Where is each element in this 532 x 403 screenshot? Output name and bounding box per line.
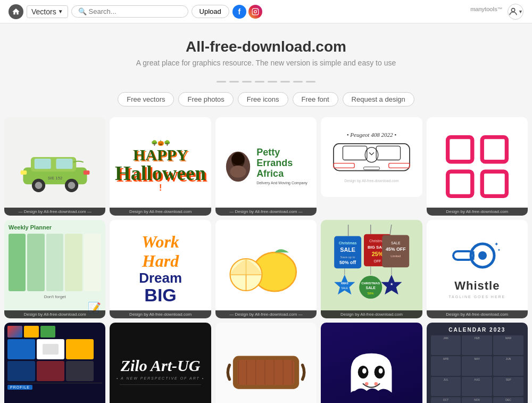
svg-text:SALE: SALE (340, 246, 355, 253)
whistle-caption: Design by All-free-download.com (427, 310, 528, 318)
svg-point-148 (478, 251, 487, 260)
svg-text:✦: ✦ (497, 248, 501, 252)
petty-caption: — Design by All-free-download.com — (215, 208, 317, 216)
list-item[interactable]: PROFILE Design by All-free-download.com (4, 323, 105, 403)
svg-text:50% off: 50% off (339, 260, 356, 266)
svg-rect-103 (376, 146, 400, 160)
svg-text:OFF: OFF (373, 259, 381, 263)
planner-caption: Design by All-free-download.com (4, 310, 105, 318)
home-button[interactable] (9, 4, 23, 19)
dot-5 (268, 81, 277, 83)
lemon-caption: — Design by All-free-download.com — (215, 310, 317, 318)
header-left: Vectors ▼ 🔍 Upload f (9, 4, 262, 19)
svg-rect-108 (447, 137, 472, 161)
car-caption: — Design by All-free-download.com — (4, 208, 105, 216)
chevron-down-icon: ▼ (58, 9, 63, 14)
list-item[interactable]: Petty Errands Africa Delivery And Moving… (215, 117, 317, 216)
svg-text:SALE: SALE (341, 287, 348, 290)
svg-line-120 (390, 225, 392, 235)
svg-text:✦: ✦ (494, 241, 498, 247)
svg-text:Limited: Limited (390, 254, 401, 258)
svg-point-166 (365, 382, 369, 385)
list-item[interactable]: Zilo Art-UG • A NEW PERSPECTIVE OF ART • (110, 323, 211, 403)
svg-rect-94 (20, 170, 27, 175)
filter-tabs: Free vectors Free photos Free icons Free… (0, 92, 532, 117)
svg-rect-105 (389, 163, 410, 168)
header: Vectors ▼ 🔍 Upload f manytools™ ▼ (0, 0, 532, 23)
svg-text:45% OFF: 45% OFF (386, 246, 406, 252)
search-box: 🔍 (71, 5, 188, 18)
svg-text:CHRISTMAS: CHRISTMAS (361, 282, 380, 285)
divider (0, 76, 532, 92)
svg-rect-154 (237, 360, 294, 385)
svg-point-100 (231, 153, 245, 165)
dot-8 (306, 81, 315, 83)
dot-2 (229, 81, 239, 83)
svg-rect-104 (334, 163, 354, 168)
svg-text:SALE: SALE (365, 286, 376, 290)
svg-rect-95 (83, 170, 89, 175)
list-item[interactable]: ✦ ✦ Whistle TAGLINE GOES HERE Design by … (427, 220, 528, 318)
list-item[interactable]: 🌳🎃🌳 HAPPY Halloween ! Design by All-free… (110, 117, 211, 216)
cross-caption: Design by All-free-download.com (427, 208, 528, 216)
list-item[interactable]: SIE 152 — Design by All-free-download.co… (4, 117, 105, 216)
svg-rect-0 (252, 9, 259, 15)
svg-point-164 (362, 368, 367, 373)
filter-free-font[interactable]: Free font (293, 92, 338, 106)
saletags-caption: Design by All-free-download.com (321, 310, 422, 318)
svg-rect-107 (364, 167, 380, 169)
svg-rect-102 (343, 146, 367, 160)
filter-free-icons[interactable]: Free icons (238, 92, 288, 106)
facebook-icon[interactable]: f (232, 5, 246, 19)
upload-button[interactable]: Upload (192, 5, 229, 18)
dot-3 (242, 81, 252, 83)
manytools-logo: manytools™ (470, 6, 502, 18)
dot-6 (280, 81, 290, 83)
list-item[interactable] (215, 323, 317, 403)
svg-rect-109 (482, 137, 506, 161)
svg-rect-89 (56, 159, 72, 169)
svg-text:SIE 152: SIE 152 (47, 176, 62, 180)
main-content-grid: SIE 152 — Design by All-free-download.co… (0, 117, 532, 403)
svg-rect-110 (447, 171, 472, 196)
svg-point-165 (379, 368, 383, 373)
vectors-dropdown[interactable]: Vectors ▼ (27, 5, 68, 18)
list-item[interactable]: Christmas SALE Save up to 50% off Christ… (321, 220, 422, 318)
site-title: All-free-download.com (11, 38, 521, 55)
svg-rect-88 (34, 159, 51, 169)
svg-point-93 (68, 182, 75, 190)
instagram-icon[interactable] (248, 5, 262, 19)
vectors-label: Vectors (31, 7, 56, 16)
svg-point-91 (35, 182, 42, 190)
user-menu-button[interactable]: ▼ (508, 4, 523, 20)
site-subtitle: A great place for graphics resource. The… (11, 59, 521, 67)
svg-text:★: ★ (390, 282, 393, 286)
svg-point-3 (511, 8, 514, 11)
list-item[interactable]: • Peugeot 408 2022 • Design by All-free-… (321, 117, 422, 197)
svg-rect-111 (482, 171, 506, 196)
filter-free-vectors[interactable]: Free vectors (118, 92, 174, 106)
social-icons: f (232, 5, 262, 19)
svg-text:Save up to: Save up to (340, 256, 355, 259)
list-item[interactable]: Weekly Planner Don't forget 📝 Design by … (4, 220, 105, 318)
list-item[interactable]: Design by All-free-download.com (427, 117, 528, 216)
svg-point-167 (375, 382, 378, 385)
search-input[interactable] (89, 7, 181, 15)
dot-1 (217, 81, 226, 83)
svg-point-99 (230, 166, 246, 178)
svg-text:XMAS: XMAS (340, 282, 348, 285)
list-item[interactable]: — Design by All-free-download.com — (215, 220, 317, 318)
filter-request-design[interactable]: Request a design (343, 92, 414, 106)
svg-text:25%: 25% (371, 251, 383, 257)
svg-point-1 (254, 10, 256, 13)
list-item[interactable]: Design by All-free-download.com (321, 323, 422, 403)
search-icon: 🔍 (78, 7, 87, 15)
list-item[interactable]: CALENDAR 2023 JAN FEB MAR APR MAY JUN JU… (427, 323, 528, 403)
list-item[interactable]: Work Hard Dream BIG Design by All-free-d… (110, 220, 211, 318)
dot-4 (255, 81, 264, 83)
svg-text:SALE: SALE (391, 241, 401, 245)
filter-free-photos[interactable]: Free photos (178, 92, 233, 106)
svg-text:50%: 50% (368, 292, 374, 295)
svg-text:Christmas: Christmas (339, 241, 357, 245)
dot-7 (293, 81, 303, 83)
